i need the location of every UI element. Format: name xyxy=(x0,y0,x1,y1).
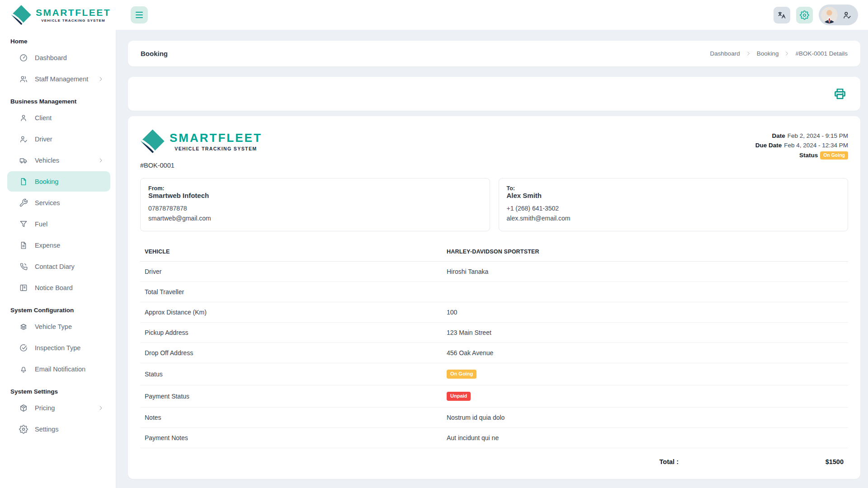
sidebar-item-dashboard[interactable]: Dashboard xyxy=(7,47,110,68)
sidebar-item-label: Notice Board xyxy=(35,284,73,291)
sidebar-item-label: Vehicle Type xyxy=(35,323,72,330)
sidebar-item-label: Driver xyxy=(35,136,52,143)
breadcrumb-item-booking[interactable]: Booking xyxy=(757,50,779,57)
from-label: From: xyxy=(148,185,482,192)
main-content: Booking DashboardBooking#BOK-0001 Detail… xyxy=(116,0,868,479)
brand-tagline: VEHICLE TRACKING SYSTEM xyxy=(175,146,257,151)
sidebar-item-label: Pricing xyxy=(35,404,55,412)
inspection-type-icon xyxy=(19,343,28,352)
status-badge: On Going xyxy=(820,151,848,160)
row-value: 456 Oak Avenue xyxy=(447,349,844,357)
row-value: Aut incidunt qui ne xyxy=(447,434,844,441)
row-value: 100 xyxy=(447,309,844,316)
translate-icon xyxy=(777,10,787,20)
sidebar-section-header: System Configuration xyxy=(10,307,116,314)
sidebar-item-label: Expense xyxy=(35,242,60,249)
row-label: Payment Status xyxy=(145,393,447,400)
invoice-logo: SMARTFLEET VEHICLE TRACKING SYSTEM xyxy=(140,129,262,154)
sidebar-item-notice-board[interactable]: Notice Board xyxy=(7,277,110,298)
from-name: Smartweb Infotech xyxy=(148,192,482,199)
sidebar-item-label: Staff Management xyxy=(35,75,88,83)
brand-tagline: VEHICLE TRACKING SYSTEM xyxy=(41,19,105,23)
breadcrumb-item-dashboard[interactable]: Dashboard xyxy=(710,50,740,57)
sidebar-item-driver[interactable]: Driver xyxy=(7,129,110,149)
table-row-status: StatusOn Going xyxy=(140,363,848,385)
services-icon xyxy=(19,198,28,207)
brand-name: SMARTFLEET xyxy=(36,7,111,18)
row-value: Hiroshi Tanaka xyxy=(447,268,844,275)
sidebar-item-staff-management[interactable]: Staff Management xyxy=(7,69,110,89)
total-row: Total : $1500 xyxy=(140,448,848,467)
sidebar-item-label: Email Notification xyxy=(35,366,85,373)
sidebar-item-label: Client xyxy=(35,114,52,122)
date-value: Feb 2, 2024 - 9:15 PM xyxy=(788,132,848,139)
table-header-row: VEHICLE HARLEY-DAVIDSON SPORTSTER xyxy=(140,242,848,262)
sidebar-item-settings[interactable]: Settings xyxy=(7,419,110,439)
theme-settings-button[interactable] xyxy=(796,7,813,23)
from-phone: 07878787878 xyxy=(148,204,482,214)
booking-id: #BOK-0001 xyxy=(140,162,262,169)
row-value: 123 Main Street xyxy=(447,329,844,336)
row-label: Approx Distance (Km) xyxy=(145,309,447,316)
sidebar-item-label: Contact Diary xyxy=(35,263,75,270)
chevron-right-icon xyxy=(98,76,104,82)
sidebar-item-inspection-type[interactable]: Inspection Type xyxy=(7,338,110,358)
to-phone: +1 (268) 641-3502 xyxy=(507,204,840,214)
sidebar-item-label: Fuel xyxy=(35,221,47,228)
due-date-label: Due Date xyxy=(755,142,782,149)
app-logo: SMARTFLEET VEHICLE TRACKING SYSTEM xyxy=(0,5,116,25)
client-icon xyxy=(19,113,28,122)
sidebar-item-client[interactable]: Client xyxy=(7,108,110,128)
table-row-payment-status: Payment StatusUnpaid xyxy=(140,385,848,408)
sidebar-item-label: Vehicles xyxy=(35,157,59,164)
sidebar-item-services[interactable]: Services xyxy=(7,192,110,213)
vehicles-icon xyxy=(19,156,28,165)
table-body: DriverHiroshi TanakaTotal TravellerAppro… xyxy=(140,262,848,448)
sidebar-item-contact-diary[interactable]: Contact Diary xyxy=(7,256,110,277)
pricing-icon xyxy=(19,404,28,413)
row-label: Drop Off Address xyxy=(145,349,447,357)
row-label: Total Traveller xyxy=(145,288,447,296)
table-row-approx-distance-km: Approx Distance (Km)100 xyxy=(140,302,848,323)
booking-meta: Date Feb 2, 2024 - 9:15 PM Due Date Feb … xyxy=(755,132,848,162)
from-email: smartweb@gmail.com xyxy=(148,214,482,224)
page-title: Booking xyxy=(141,50,168,57)
date-label: Date xyxy=(772,132,785,139)
page-header-card: Booking DashboardBooking#BOK-0001 Detail… xyxy=(128,41,860,66)
sidebar-item-pricing[interactable]: Pricing xyxy=(7,398,110,418)
booking-detail-table: VEHICLE HARLEY-DAVIDSON SPORTSTER Driver… xyxy=(140,242,848,467)
sidebar-item-booking[interactable]: Booking xyxy=(7,171,110,192)
table-row-total-traveller: Total Traveller xyxy=(140,282,848,302)
total-value: $1500 xyxy=(679,458,844,465)
row-label: Driver xyxy=(145,268,447,275)
breadcrumb-item-bok-0001-details: #BOK-0001 Details xyxy=(795,50,848,57)
sidebar-toggle-button[interactable] xyxy=(131,6,148,23)
table-row-pickup-address: Pickup Address123 Main Street xyxy=(140,323,848,343)
chevron-right-icon xyxy=(98,405,104,411)
notice-board-icon xyxy=(19,283,28,292)
dashboard-icon xyxy=(19,53,28,62)
sidebar-item-expense[interactable]: Expense xyxy=(7,235,110,255)
row-label: Pickup Address xyxy=(145,329,447,336)
smartfleet-diamond-logo-icon xyxy=(140,129,165,154)
translate-button[interactable] xyxy=(774,7,790,23)
status-badge: On Going xyxy=(447,370,476,379)
sidebar-item-vehicle-type[interactable]: Vehicle Type xyxy=(7,316,110,337)
sidebar-section-header: Home xyxy=(10,38,116,45)
sidebar-item-label: Dashboard xyxy=(35,54,67,61)
print-button[interactable] xyxy=(833,87,847,101)
to-box: To: Alex Smith +1 (268) 641-3502 alex.sm… xyxy=(499,178,849,231)
fuel-icon xyxy=(19,220,28,229)
vehicle-type-icon xyxy=(19,322,28,331)
sidebar-item-fuel[interactable]: Fuel xyxy=(7,214,110,234)
sidebar-item-vehicles[interactable]: Vehicles xyxy=(7,150,110,170)
due-date-value: Feb 4, 2024 - 12:34 PM xyxy=(784,142,848,149)
email-notification-icon xyxy=(19,365,28,374)
from-box: From: Smartweb Infotech 07878787878 smar… xyxy=(140,178,490,231)
booking-details-card: SMARTFLEET VEHICLE TRACKING SYSTEM #BOK-… xyxy=(128,116,860,479)
sidebar-item-email-notification[interactable]: Email Notification xyxy=(7,359,110,379)
chevron-right-icon xyxy=(98,157,104,164)
table-row-notes: NotesNostrum id quia dolo xyxy=(140,408,848,428)
person-check-icon xyxy=(842,10,852,20)
user-profile-menu[interactable] xyxy=(819,5,858,25)
